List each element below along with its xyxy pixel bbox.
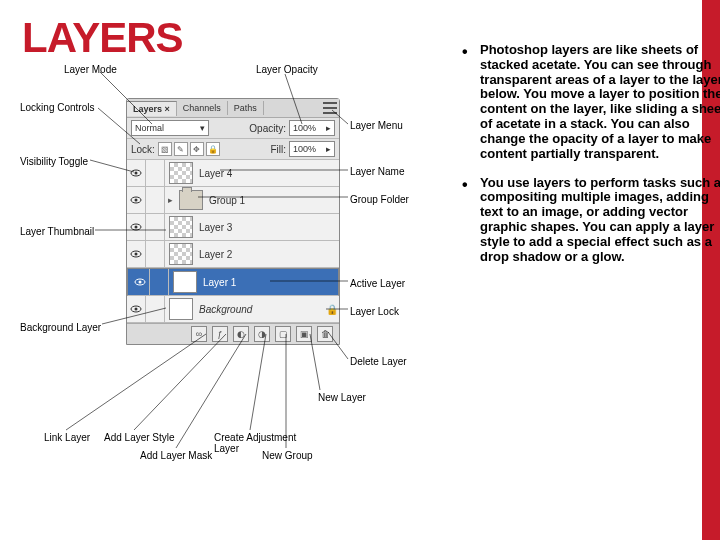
layer-thumbnail — [169, 162, 193, 184]
tab-layers[interactable]: Layers × — [127, 101, 177, 116]
callout-link-layer: Link Layer — [44, 432, 90, 443]
lock-position-icon[interactable]: ✥ — [190, 142, 204, 156]
tab-paths[interactable]: Paths — [228, 101, 264, 115]
link-cell — [150, 269, 169, 295]
panel-tabs: Layers × Channels Paths — [127, 99, 339, 118]
visibility-toggle-icon[interactable] — [127, 160, 146, 186]
callout-delete-layer: Delete Layer — [350, 356, 407, 367]
callout-group-folder: Group Folder — [350, 194, 409, 205]
svg-point-5 — [135, 226, 138, 229]
new-layer-icon[interactable]: ▣ — [296, 326, 312, 342]
callout-new-layer: New Layer — [318, 392, 366, 403]
lock-all-icon[interactable]: 🔒 — [206, 142, 220, 156]
blend-mode-select[interactable]: Normal▾ — [131, 120, 209, 136]
svg-line-27 — [176, 334, 246, 448]
callout-visibility-toggle: Visibility Toggle — [20, 156, 88, 167]
link-cell — [146, 160, 165, 186]
layer-row[interactable]: Layer 3 — [127, 214, 339, 241]
layer-row-active[interactable]: Layer 1 — [127, 268, 339, 296]
callout-new-group: New Group — [262, 450, 313, 461]
layer-list: Layer 4 ▸ Group 1 Layer 3 Layer 2 — [127, 160, 339, 323]
layer-name: Layer 1 — [201, 277, 335, 288]
bullet-list: Photoshop layers are like sheets of stac… — [422, 43, 720, 278]
chevron-right-icon[interactable]: ▸ — [165, 195, 175, 205]
callout-add-layer-mask: Add Layer Mask — [140, 450, 212, 461]
callout-layer-menu: Layer Menu — [350, 120, 403, 131]
svg-point-11 — [135, 308, 138, 311]
layer-thumbnail — [169, 243, 193, 265]
tab-channels[interactable]: Channels — [177, 101, 228, 115]
opacity-field[interactable]: 100%▸ — [289, 120, 335, 136]
svg-line-28 — [250, 334, 266, 430]
layer-name: Layer 2 — [197, 249, 339, 260]
callout-background-layer: Background Layer — [20, 322, 101, 333]
layer-name: Background — [197, 304, 325, 315]
page-title: LAYERS — [22, 14, 183, 62]
svg-point-9 — [139, 281, 142, 284]
callout-locking-controls: Locking Controls — [20, 102, 94, 113]
link-cell — [146, 214, 165, 240]
bullet-item: Photoshop layers are like sheets of stac… — [462, 43, 720, 162]
link-cell — [146, 296, 165, 322]
lock-icon: 🔒 — [325, 304, 339, 315]
layers-panel: Layers × Channels Paths Normal▾ Opacity:… — [126, 98, 340, 345]
svg-point-1 — [135, 172, 138, 175]
opacity-label: Opacity: — [249, 123, 286, 134]
lock-image-icon[interactable]: ✎ — [174, 142, 188, 156]
lock-row: Lock: ▧ ✎ ✥ 🔒 Fill: 100%▸ — [127, 139, 339, 160]
folder-icon — [179, 190, 203, 210]
callout-layer-name: Layer Name — [350, 166, 404, 177]
callout-layer-mode: Layer Mode — [64, 64, 117, 75]
link-cell — [146, 187, 165, 213]
callout-add-layer-style: Add Layer Style — [104, 432, 175, 443]
link-layer-icon[interactable]: ∞ — [191, 326, 207, 342]
layer-name: Layer 4 — [197, 168, 339, 179]
bullet-item: You use layers to perform tasks such as … — [462, 176, 720, 265]
svg-line-26 — [134, 334, 226, 430]
callout-layer-lock: Layer Lock — [350, 306, 399, 317]
layers-diagram: Layer Mode Locking Controls Visibility T… — [20, 62, 410, 492]
visibility-toggle-icon[interactable] — [127, 214, 146, 240]
add-layer-style-icon[interactable]: ƒ — [212, 326, 228, 342]
link-cell — [146, 241, 165, 267]
layer-name: Layer 3 — [197, 222, 339, 233]
callout-layer-thumbnail: Layer Thumbnail — [20, 226, 94, 237]
mode-row: Normal▾ Opacity: 100%▸ — [127, 118, 339, 139]
layer-row-group[interactable]: ▸ Group 1 — [127, 187, 339, 214]
lock-transparent-icon[interactable]: ▧ — [158, 142, 172, 156]
layer-thumbnail — [169, 216, 193, 238]
visibility-toggle-icon[interactable] — [127, 187, 146, 213]
layer-name: Group 1 — [207, 195, 339, 206]
svg-point-3 — [135, 199, 138, 202]
lock-icons: ▧ ✎ ✥ 🔒 — [158, 142, 220, 156]
visibility-toggle-icon[interactable] — [127, 296, 146, 322]
visibility-toggle-icon[interactable] — [127, 241, 146, 267]
svg-line-25 — [66, 334, 206, 430]
svg-point-7 — [135, 253, 138, 256]
lock-label: Lock: — [131, 144, 155, 155]
layer-row-background[interactable]: Background 🔒 — [127, 296, 339, 323]
layers-panel-footer: ∞ ƒ ◐ ◑ ▢ ▣ 🗑 — [127, 323, 339, 344]
layer-thumbnail — [173, 271, 197, 293]
delete-layer-icon[interactable]: 🗑 — [317, 326, 333, 342]
layer-thumbnail — [169, 298, 193, 320]
layer-row[interactable]: Layer 4 — [127, 160, 339, 187]
layer-row[interactable]: Layer 2 — [127, 241, 339, 268]
fill-field[interactable]: 100%▸ — [289, 141, 335, 157]
new-group-icon[interactable]: ▢ — [275, 326, 291, 342]
callout-active-layer: Active Layer — [350, 278, 405, 289]
add-layer-mask-icon[interactable]: ◐ — [233, 326, 249, 342]
create-adjustment-layer-icon[interactable]: ◑ — [254, 326, 270, 342]
fill-label: Fill: — [270, 144, 286, 155]
visibility-toggle-icon[interactable] — [131, 269, 150, 295]
panel-menu-icon[interactable] — [323, 102, 337, 114]
callout-layer-opacity: Layer Opacity — [256, 64, 318, 75]
